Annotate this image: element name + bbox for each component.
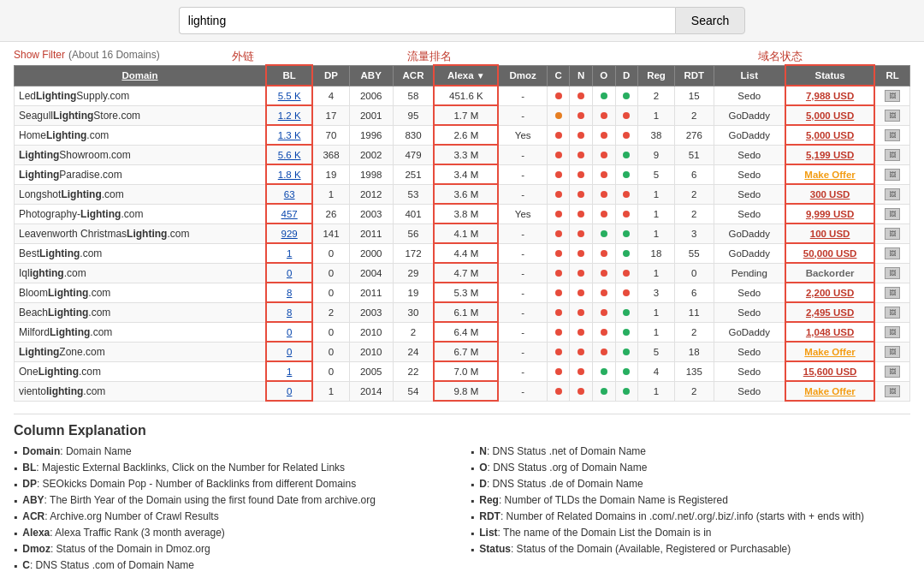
col-acr[interactable]: ACR <box>393 65 434 86</box>
rl-icon[interactable]: 🖼 <box>885 307 900 319</box>
rl-icon[interactable]: 🖼 <box>885 149 900 161</box>
col-o[interactable]: O <box>592 65 615 86</box>
domain-cell[interactable]: BestLighting.com <box>15 243 267 263</box>
col-d[interactable]: D <box>615 65 638 86</box>
status-cell[interactable]: Make Offer <box>785 164 874 184</box>
domain-cell[interactable]: OneLighting.com <box>15 361 267 381</box>
rl-icon[interactable]: 🖼 <box>885 110 900 122</box>
status-cell[interactable]: 7,988 USD <box>785 86 874 105</box>
rl-icon[interactable]: 🖼 <box>885 366 900 378</box>
domain-cell[interactable]: LedLightingSupply.com <box>15 86 267 105</box>
show-filter-link[interactable]: Show Filter <box>14 49 65 61</box>
rl-cell[interactable]: 🖼 <box>874 164 909 184</box>
domain-cell[interactable]: MilfordLighting.com <box>15 322 267 342</box>
domain-cell[interactable]: HomeLighting.com <box>15 125 267 145</box>
col-rdt[interactable]: RDT <box>674 65 714 86</box>
rl-icon[interactable]: 🖼 <box>885 129 900 141</box>
rl-cell[interactable]: 🖼 <box>874 302 909 322</box>
bl-cell[interactable]: 1 <box>266 361 312 381</box>
domain-cell[interactable]: Leavenworth ChristmasLighting.com <box>15 223 267 243</box>
rl-icon[interactable]: 🖼 <box>885 385 900 397</box>
status-cell[interactable]: 2,200 USD <box>785 283 874 302</box>
status-cell[interactable]: 100 USD <box>785 223 874 243</box>
bl-cell[interactable]: 0 <box>266 381 312 401</box>
status-cell[interactable]: 5,199 USD <box>785 145 874 164</box>
bl-cell[interactable]: 0 <box>266 322 312 342</box>
status-cell[interactable]: 1,048 USD <box>785 322 874 342</box>
bl-cell[interactable]: 63 <box>266 184 312 204</box>
status-cell[interactable]: 50,000 USD <box>785 243 874 263</box>
rl-icon[interactable]: 🖼 <box>885 208 900 220</box>
bl-cell[interactable]: 929 <box>266 223 312 243</box>
rl-cell[interactable]: 🖼 <box>874 361 909 381</box>
col-rl[interactable]: RL <box>874 65 909 86</box>
search-input[interactable] <box>179 7 675 34</box>
rl-icon[interactable]: 🖼 <box>885 287 900 299</box>
rl-icon[interactable]: 🖼 <box>885 267 900 279</box>
status-cell[interactable]: Make Offer <box>785 381 874 401</box>
rl-cell[interactable]: 🖼 <box>874 145 909 164</box>
explanation-item: Reg: Number of TLDs the Domain Name is R… <box>471 494 910 507</box>
col-reg[interactable]: Reg <box>638 65 675 86</box>
col-c[interactable]: C <box>547 65 570 86</box>
domain-cell[interactable]: LightingParadise.com <box>15 164 267 184</box>
rl-icon[interactable]: 🖼 <box>885 326 900 338</box>
domain-cell[interactable]: LongshotLighting.com <box>15 184 267 204</box>
domain-cell[interactable]: BloomLighting.com <box>15 283 267 302</box>
bl-cell[interactable]: 5.6 K <box>266 145 312 164</box>
status-cell[interactable]: 15,600 USD <box>785 361 874 381</box>
rl-icon[interactable]: 🖼 <box>885 346 900 358</box>
bl-cell[interactable]: 1.8 K <box>266 164 312 184</box>
rl-cell[interactable]: 🖼 <box>874 263 909 283</box>
domain-cell[interactable]: vientolighting.com <box>15 381 267 401</box>
domain-cell[interactable]: LightingZone.com <box>15 342 267 361</box>
rl-cell[interactable]: 🖼 <box>874 86 909 105</box>
col-alexa[interactable]: Alexa ▼ <box>434 65 498 86</box>
rl-cell[interactable]: 🖼 <box>874 243 909 263</box>
col-n[interactable]: N <box>570 65 593 86</box>
status-cell[interactable]: 5,000 USD <box>785 125 874 145</box>
domain-cell[interactable]: BeachLighting.com <box>15 302 267 322</box>
col-dmoz[interactable]: Dmoz <box>498 65 547 86</box>
rl-cell[interactable]: 🖼 <box>874 184 909 204</box>
status-cell[interactable]: 2,495 USD <box>785 302 874 322</box>
rl-icon[interactable]: 🖼 <box>885 90 900 102</box>
status-cell[interactable]: Backorder <box>785 263 874 283</box>
rl-cell[interactable]: 🖼 <box>874 105 909 125</box>
rl-icon[interactable]: 🖼 <box>885 169 900 181</box>
bl-cell[interactable]: 457 <box>266 204 312 223</box>
rl-icon[interactable]: 🖼 <box>885 247 900 259</box>
search-button[interactable]: Search <box>675 7 745 34</box>
bl-cell[interactable]: 0 <box>266 342 312 361</box>
rl-cell[interactable]: 🖼 <box>874 125 909 145</box>
status-cell[interactable]: 300 USD <box>785 184 874 204</box>
rl-cell[interactable]: 🖼 <box>874 283 909 302</box>
col-domain[interactable]: Domain <box>15 65 267 86</box>
rl-cell[interactable]: 🖼 <box>874 322 909 342</box>
bl-cell[interactable]: 0 <box>266 263 312 283</box>
status-cell[interactable]: Make Offer <box>785 342 874 361</box>
col-status[interactable]: Status <box>785 65 874 86</box>
domain-cell[interactable]: Photography-Lighting.com <box>15 204 267 223</box>
rl-cell[interactable]: 🖼 <box>874 204 909 223</box>
col-bl[interactable]: BL <box>266 65 312 86</box>
col-dp[interactable]: DP <box>312 65 349 86</box>
rl-icon[interactable]: 🖼 <box>885 228 900 240</box>
rl-icon[interactable]: 🖼 <box>885 188 900 200</box>
domain-cell[interactable]: Iqlighting.com <box>15 263 267 283</box>
domain-cell[interactable]: SeagullLightingStore.com <box>15 105 267 125</box>
bl-cell[interactable]: 1.3 K <box>266 125 312 145</box>
bl-cell[interactable]: 5.5 K <box>266 86 312 105</box>
status-cell[interactable]: 5,000 USD <box>785 105 874 125</box>
rl-cell[interactable]: 🖼 <box>874 342 909 361</box>
bl-cell[interactable]: 8 <box>266 302 312 322</box>
col-aby[interactable]: ABY <box>349 65 393 86</box>
rl-cell[interactable]: 🖼 <box>874 381 909 401</box>
bl-cell[interactable]: 1.2 K <box>266 105 312 125</box>
rl-cell[interactable]: 🖼 <box>874 223 909 243</box>
bl-cell[interactable]: 8 <box>266 283 312 302</box>
bl-cell[interactable]: 1 <box>266 243 312 263</box>
col-list[interactable]: List <box>714 65 785 86</box>
domain-cell[interactable]: LightingShowroom.com <box>15 145 267 164</box>
status-cell[interactable]: 9,999 USD <box>785 204 874 223</box>
